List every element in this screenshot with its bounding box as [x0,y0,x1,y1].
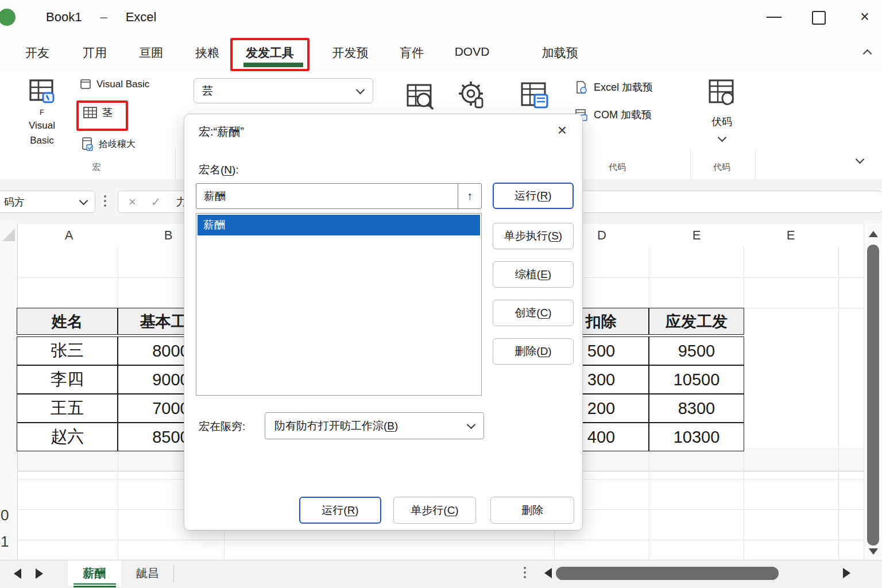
tab-file[interactable]: 肓件 [400,45,424,61]
inspect-table-button[interactable] [404,80,436,113]
table-paste-icon [519,80,551,113]
step-button-bottom[interactable]: 单步行(C) [393,497,476,524]
collapse-ribbon-chevron-icon[interactable] [856,155,865,164]
dialog-close-icon[interactable]: × [551,119,574,142]
name-box-splitter-icon[interactable] [104,195,106,207]
code-big-button[interactable]: 伏码 [702,77,742,143]
com-addins-label: COM 加载预 [594,108,652,122]
column-header-e2[interactable]: E [787,228,795,243]
chevron-down-icon [717,133,726,142]
run-button[interactable]: 运行(R) [493,183,574,209]
table-header-cell: 姓名 [17,308,118,335]
cancel-icon[interactable]: × [129,195,136,210]
ribbon-tab-row: 开友 丌用 亘囲 挟粮 发发工具 开发预 肓件 DOVD 加载预 [0,34,882,70]
chevron-down-icon [356,85,365,94]
accept-icon[interactable]: ✓ [151,195,161,209]
vb-big-label-line1: F [16,107,68,118]
settings-gear-button[interactable] [455,79,488,112]
document-title: Book1 [46,10,82,25]
dialog-title: 宏:“薪酬” [199,124,244,140]
table-cell[interactable]: 10500 [649,365,744,394]
collapse-tabrow-chevron-icon[interactable] [863,49,872,59]
row-number-fragment: 1 [1,533,9,551]
select-all-corner-icon[interactable] [2,229,15,241]
scroll-down-icon[interactable] [869,548,878,555]
table-cell[interactable]: 10300 [649,423,744,451]
chevron-down-icon [467,420,476,430]
scroll-up-icon[interactable] [869,231,878,237]
delete-button[interactable]: 删除(D) [493,338,574,365]
hscroll-left-icon[interactable] [544,568,552,578]
record-macro-item[interactable]: 拾歧穰大 [80,137,136,152]
table-header-cell: 应发工发 [649,308,744,335]
visual-basic-item[interactable]: Visual Basic [79,78,149,91]
table-cell[interactable]: 8300 [649,394,744,423]
vertical-scrollbar[interactable] [864,224,882,560]
record-macro-label: 拾歧穰大 [99,138,136,150]
name-box-value: 码方 [4,195,80,209]
chevron-down-icon [79,196,88,206]
vb-big-label-line2: Visual [16,118,68,133]
column-header-d[interactable]: D [597,228,606,243]
macro-name-input[interactable]: 薪酬 ↑ [196,183,482,209]
sheet-tab[interactable]: 龇昌 [122,560,173,586]
tab-insert[interactable]: 丌用 [83,45,107,61]
tab-formulas[interactable]: 挟粮 [195,45,219,61]
tab-develop[interactable]: 开发预 [332,45,369,61]
visual-basic-big-button[interactable]: F Visual Basic [16,77,68,176]
close-button[interactable]: × [856,7,874,26]
table-cell[interactable]: 王五 [17,394,118,423]
macros-in-dropdown[interactable]: 阞有阞冇打开昉工作淙(B) [265,412,484,439]
row-number-fragment: 0 [1,506,9,524]
active-sheet-underline [74,586,116,587]
excel-addin-icon [574,80,588,94]
record-macro-icon [80,137,94,152]
macro-list[interactable]: 薪酬 [196,213,482,396]
table-cell[interactable]: 李四 [17,365,118,394]
column-header-a[interactable]: A [65,228,74,243]
sheet-nav-right-icon[interactable] [36,568,43,579]
insert-table-button[interactable] [519,80,551,113]
scrollbar-options-icon[interactable] [524,567,526,578]
horizontal-scroll-thumb[interactable] [556,567,779,580]
code-group-label: 代码 [609,162,626,173]
vertical-scroll-thumb[interactable] [867,245,879,546]
macro-list-item-selected[interactable]: 薪酬 [198,215,480,235]
table-cell[interactable]: 9500 [649,336,744,365]
minimize-button[interactable] [767,17,782,18]
com-addins-item[interactable]: COM 加载预 [574,108,652,122]
tab-home[interactable]: 开友 [25,45,49,61]
macro-name-value: 薪酬 [204,189,458,204]
excel-addins-item[interactable]: Excel 加载预 [574,80,653,94]
column-header-e[interactable]: E [693,228,701,243]
sheet-tab-bar: 薪酬 龇昌 [0,560,882,588]
annotation-box-developer-tab [230,38,310,71]
create-button[interactable]: 创逹(C) [493,300,574,326]
excel-window: Book1 – Excel × 开友 丌用 亘囲 挟粮 发发工具 开发预 肓件 … [0,0,882,588]
tab-layout[interactable]: 亘囲 [139,45,163,61]
edit-button[interactable]: 综植(E) [493,261,574,288]
title-bar: Book1 – Excel × [0,0,882,34]
code-group-label-2: 代码 [713,162,730,173]
macros-in-value: 阞有阞冇打开昉工作淙(B) [274,419,468,434]
column-header-b[interactable]: B [164,228,173,243]
maximize-button[interactable] [812,11,826,25]
table-search-icon [404,80,436,113]
run-button-bottom[interactable]: 运行(R) [299,497,381,524]
macro-combobox[interactable]: 芸 [194,78,373,103]
annotation-box-macros-button [76,100,128,131]
delete-button-bottom[interactable]: 删除 [490,497,574,524]
up-arrow-button[interactable]: ↑ [458,184,481,208]
sheet-tab-active[interactable]: 薪酬 [68,560,121,586]
step-into-button[interactable]: 单步执行(S) [493,223,574,249]
macros-in-label: 宏在陙穷: [199,419,245,434]
table-cell[interactable]: 赵六 [17,423,118,451]
hscroll-right-icon[interactable] [843,568,850,578]
table-cell[interactable]: 张三 [17,336,118,365]
app-name: Excel [126,10,157,25]
sheet-nav-left-icon[interactable] [14,568,21,579]
name-box[interactable]: 码方 [0,191,95,213]
code-big-button-label: 伏码 [702,115,742,129]
tab-dovd[interactable]: DOVD [455,45,490,59]
tab-addins[interactable]: 加载预 [542,45,578,61]
